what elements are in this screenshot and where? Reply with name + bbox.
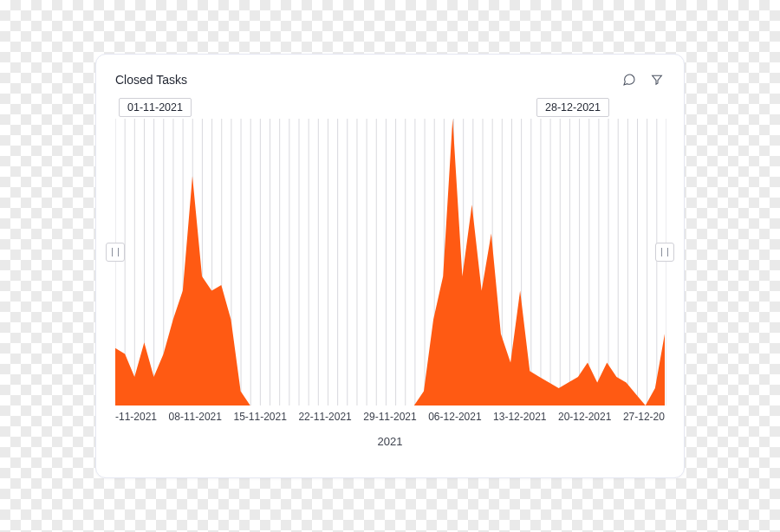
x-tick: 13-12-2021 <box>493 411 546 423</box>
header-actions <box>621 72 665 88</box>
x-tick: 22-11-2021 <box>298 411 351 423</box>
chart-title: Closed Tasks <box>115 73 187 87</box>
x-tick: 15-11-2021 <box>233 411 286 423</box>
chart-card: Closed Tasks 01-11-2021 28-12-2021 -11-2… <box>95 54 685 478</box>
x-tick: 08-11-2021 <box>169 411 222 423</box>
range-handle-right[interactable] <box>655 243 674 262</box>
range-end-badge: 28-12-2021 <box>536 98 609 117</box>
x-tick: 20-12-2021 <box>558 411 611 423</box>
area-series <box>115 119 665 405</box>
chart-area: 01-11-2021 28-12-2021 <box>115 98 665 405</box>
x-tick: 27-12-20 <box>623 411 665 423</box>
x-tick: 06-12-2021 <box>428 411 481 423</box>
comment-icon[interactable] <box>621 72 637 88</box>
x-axis-year: 2021 <box>115 435 665 448</box>
filter-icon[interactable] <box>649 72 665 88</box>
range-start-badge: 01-11-2021 <box>119 98 192 117</box>
x-tick: 29-11-2021 <box>363 411 416 423</box>
card-header: Closed Tasks <box>115 70 665 89</box>
range-handle-left[interactable] <box>106 243 125 262</box>
x-axis-ticks: -11-202108-11-202115-11-202122-11-202129… <box>115 411 665 423</box>
x-tick: -11-2021 <box>115 411 157 423</box>
